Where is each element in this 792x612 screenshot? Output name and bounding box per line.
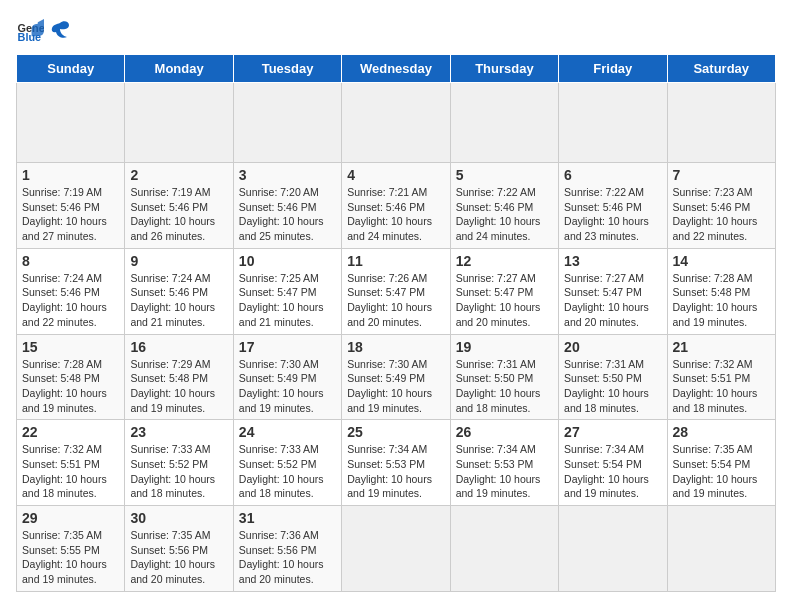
calendar-week-row — [17, 83, 776, 163]
daylight-label: Daylight: 10 hours and 22 minutes. — [673, 215, 758, 242]
day-detail: Sunrise: 7:29 AM Sunset: 5:48 PM Dayligh… — [130, 357, 227, 416]
sunset-label: Sunset: 5:49 PM — [239, 372, 317, 384]
sunset-label: Sunset: 5:46 PM — [347, 201, 425, 213]
sunset-label: Sunset: 5:48 PM — [673, 286, 751, 298]
sunrise-label: Sunrise: 7:20 AM — [239, 186, 319, 198]
day-detail: Sunrise: 7:21 AM Sunset: 5:46 PM Dayligh… — [347, 185, 444, 244]
calendar-cell: 27 Sunrise: 7:34 AM Sunset: 5:54 PM Dayl… — [559, 420, 667, 506]
day-detail: Sunrise: 7:35 AM Sunset: 5:55 PM Dayligh… — [22, 528, 119, 587]
sunrise-label: Sunrise: 7:27 AM — [456, 272, 536, 284]
daylight-label: Daylight: 10 hours and 20 minutes. — [564, 301, 649, 328]
day-detail: Sunrise: 7:27 AM Sunset: 5:47 PM Dayligh… — [456, 271, 553, 330]
sunrise-label: Sunrise: 7:36 AM — [239, 529, 319, 541]
day-number: 20 — [564, 339, 661, 355]
calendar-cell: 30 Sunrise: 7:35 AM Sunset: 5:56 PM Dayl… — [125, 506, 233, 592]
calendar-cell: 3 Sunrise: 7:20 AM Sunset: 5:46 PM Dayli… — [233, 163, 341, 249]
sunset-label: Sunset: 5:46 PM — [22, 286, 100, 298]
calendar-cell — [342, 506, 450, 592]
day-detail: Sunrise: 7:30 AM Sunset: 5:49 PM Dayligh… — [239, 357, 336, 416]
day-number: 19 — [456, 339, 553, 355]
logo: General Blue — [16, 16, 72, 44]
day-number: 12 — [456, 253, 553, 269]
col-header-sunday: Sunday — [17, 55, 125, 83]
sunrise-label: Sunrise: 7:29 AM — [130, 358, 210, 370]
calendar-cell: 8 Sunrise: 7:24 AM Sunset: 5:46 PM Dayli… — [17, 248, 125, 334]
calendar-cell: 15 Sunrise: 7:28 AM Sunset: 5:48 PM Dayl… — [17, 334, 125, 420]
sunrise-label: Sunrise: 7:27 AM — [564, 272, 644, 284]
daylight-label: Daylight: 10 hours and 25 minutes. — [239, 215, 324, 242]
day-number: 15 — [22, 339, 119, 355]
calendar-cell: 22 Sunrise: 7:32 AM Sunset: 5:51 PM Dayl… — [17, 420, 125, 506]
sunset-label: Sunset: 5:53 PM — [456, 458, 534, 470]
sunrise-label: Sunrise: 7:31 AM — [564, 358, 644, 370]
day-number: 30 — [130, 510, 227, 526]
calendar-week-row: 29 Sunrise: 7:35 AM Sunset: 5:55 PM Dayl… — [17, 506, 776, 592]
day-detail: Sunrise: 7:22 AM Sunset: 5:46 PM Dayligh… — [564, 185, 661, 244]
day-detail: Sunrise: 7:20 AM Sunset: 5:46 PM Dayligh… — [239, 185, 336, 244]
day-detail: Sunrise: 7:31 AM Sunset: 5:50 PM Dayligh… — [564, 357, 661, 416]
col-header-thursday: Thursday — [450, 55, 558, 83]
calendar-cell: 16 Sunrise: 7:29 AM Sunset: 5:48 PM Dayl… — [125, 334, 233, 420]
calendar-cell: 5 Sunrise: 7:22 AM Sunset: 5:46 PM Dayli… — [450, 163, 558, 249]
sunset-label: Sunset: 5:47 PM — [239, 286, 317, 298]
sunrise-label: Sunrise: 7:19 AM — [130, 186, 210, 198]
daylight-label: Daylight: 10 hours and 19 minutes. — [22, 387, 107, 414]
day-detail: Sunrise: 7:34 AM Sunset: 5:53 PM Dayligh… — [456, 442, 553, 501]
sunset-label: Sunset: 5:46 PM — [130, 286, 208, 298]
calendar-cell: 28 Sunrise: 7:35 AM Sunset: 5:54 PM Dayl… — [667, 420, 775, 506]
sunrise-label: Sunrise: 7:34 AM — [456, 443, 536, 455]
daylight-label: Daylight: 10 hours and 26 minutes. — [130, 215, 215, 242]
day-number: 29 — [22, 510, 119, 526]
calendar-cell — [342, 83, 450, 163]
daylight-label: Daylight: 10 hours and 20 minutes. — [239, 558, 324, 585]
day-detail: Sunrise: 7:24 AM Sunset: 5:46 PM Dayligh… — [22, 271, 119, 330]
day-detail: Sunrise: 7:28 AM Sunset: 5:48 PM Dayligh… — [673, 271, 770, 330]
calendar-week-row: 1 Sunrise: 7:19 AM Sunset: 5:46 PM Dayli… — [17, 163, 776, 249]
daylight-label: Daylight: 10 hours and 24 minutes. — [456, 215, 541, 242]
day-number: 16 — [130, 339, 227, 355]
daylight-label: Daylight: 10 hours and 18 minutes. — [239, 473, 324, 500]
sunset-label: Sunset: 5:50 PM — [564, 372, 642, 384]
sunrise-label: Sunrise: 7:25 AM — [239, 272, 319, 284]
calendar-cell: 1 Sunrise: 7:19 AM Sunset: 5:46 PM Dayli… — [17, 163, 125, 249]
day-detail: Sunrise: 7:30 AM Sunset: 5:49 PM Dayligh… — [347, 357, 444, 416]
calendar-cell: 26 Sunrise: 7:34 AM Sunset: 5:53 PM Dayl… — [450, 420, 558, 506]
sunset-label: Sunset: 5:46 PM — [22, 201, 100, 213]
sunset-label: Sunset: 5:52 PM — [130, 458, 208, 470]
day-number: 4 — [347, 167, 444, 183]
day-detail: Sunrise: 7:35 AM Sunset: 5:56 PM Dayligh… — [130, 528, 227, 587]
sunset-label: Sunset: 5:48 PM — [22, 372, 100, 384]
day-number: 2 — [130, 167, 227, 183]
sunset-label: Sunset: 5:47 PM — [456, 286, 534, 298]
sunset-label: Sunset: 5:53 PM — [347, 458, 425, 470]
calendar-table: SundayMondayTuesdayWednesdayThursdayFrid… — [16, 54, 776, 592]
day-detail: Sunrise: 7:34 AM Sunset: 5:53 PM Dayligh… — [347, 442, 444, 501]
sunset-label: Sunset: 5:47 PM — [564, 286, 642, 298]
calendar-cell — [667, 506, 775, 592]
day-detail: Sunrise: 7:23 AM Sunset: 5:46 PM Dayligh… — [673, 185, 770, 244]
daylight-label: Daylight: 10 hours and 20 minutes. — [347, 301, 432, 328]
day-detail: Sunrise: 7:32 AM Sunset: 5:51 PM Dayligh… — [673, 357, 770, 416]
daylight-label: Daylight: 10 hours and 19 minutes. — [564, 473, 649, 500]
calendar-cell: 2 Sunrise: 7:19 AM Sunset: 5:46 PM Dayli… — [125, 163, 233, 249]
day-number: 25 — [347, 424, 444, 440]
daylight-label: Daylight: 10 hours and 21 minutes. — [130, 301, 215, 328]
calendar-cell: 21 Sunrise: 7:32 AM Sunset: 5:51 PM Dayl… — [667, 334, 775, 420]
sunset-label: Sunset: 5:50 PM — [456, 372, 534, 384]
day-number: 18 — [347, 339, 444, 355]
day-number: 11 — [347, 253, 444, 269]
day-number: 14 — [673, 253, 770, 269]
daylight-label: Daylight: 10 hours and 20 minutes. — [130, 558, 215, 585]
day-number: 21 — [673, 339, 770, 355]
day-number: 6 — [564, 167, 661, 183]
sunrise-label: Sunrise: 7:34 AM — [564, 443, 644, 455]
calendar-cell — [450, 83, 558, 163]
day-detail: Sunrise: 7:31 AM Sunset: 5:50 PM Dayligh… — [456, 357, 553, 416]
calendar-cell — [559, 83, 667, 163]
calendar-cell: 18 Sunrise: 7:30 AM Sunset: 5:49 PM Dayl… — [342, 334, 450, 420]
day-number: 28 — [673, 424, 770, 440]
day-number: 3 — [239, 167, 336, 183]
calendar-cell: 25 Sunrise: 7:34 AM Sunset: 5:53 PM Dayl… — [342, 420, 450, 506]
day-number: 1 — [22, 167, 119, 183]
calendar-cell: 17 Sunrise: 7:30 AM Sunset: 5:49 PM Dayl… — [233, 334, 341, 420]
